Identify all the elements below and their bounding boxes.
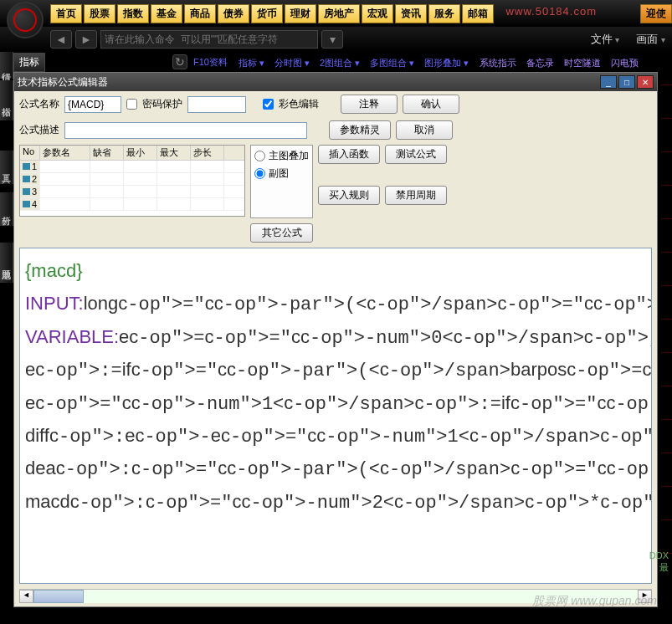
cancel-button[interactable]: 取消 bbox=[396, 120, 453, 140]
right-strip bbox=[660, 52, 672, 604]
sidetab-indicator[interactable]: 指标 bbox=[0, 80, 13, 120]
grid-row[interactable]: 1 bbox=[20, 161, 244, 173]
grid-header-3: 最小 bbox=[124, 146, 157, 160]
row-icon bbox=[23, 188, 30, 195]
grid-header-5: 步长 bbox=[191, 146, 224, 160]
close-button[interactable]: ✕ bbox=[637, 75, 654, 89]
nav-welcome[interactable]: 迎使 bbox=[640, 4, 672, 23]
menu-screen[interactable]: 画面 ▾ bbox=[629, 32, 672, 47]
row-icon bbox=[23, 163, 30, 170]
window-title: 技术指标公式编辑器 bbox=[18, 75, 598, 90]
link-0[interactable]: 系统指示 bbox=[475, 58, 521, 68]
password-input[interactable] bbox=[187, 96, 246, 113]
row-icon bbox=[23, 201, 30, 207]
buy-rule-button[interactable]: 买入规则 bbox=[318, 186, 380, 205]
refresh-icon[interactable]: ↻ bbox=[172, 54, 187, 69]
watermark: 股票网 www.gupan.com bbox=[532, 594, 657, 609]
confirm-button[interactable]: 确认 bbox=[403, 95, 459, 114]
tab-indicator-main[interactable]: 指标 bbox=[13, 53, 45, 72]
formula-editor-window: 技术指标公式编辑器 _ □ ✕ 公式名称 密码保护 彩色编辑 注释 确认 公式描… bbox=[13, 72, 658, 607]
sidetab-analysis[interactable]: 分析 bbox=[0, 192, 13, 226]
param-wizard-button[interactable]: 参数精灵 bbox=[329, 120, 391, 140]
ddx-label: DDX bbox=[649, 550, 669, 560]
radio-overlay[interactable]: 主图叠加 bbox=[254, 149, 309, 163]
link-1[interactable]: 备忘录 bbox=[521, 58, 559, 68]
checkbox-color-edit[interactable] bbox=[263, 99, 274, 110]
toolbar-secondary: ◄ ► ▾ 文件 ▾ 画面 ▾ bbox=[0, 27, 672, 52]
titlebar[interactable]: 技术指标公式编辑器 _ □ ✕ bbox=[14, 73, 657, 91]
scroll-left-icon[interactable]: ◄ bbox=[19, 590, 33, 603]
other-formula-button[interactable]: 其它公式 bbox=[250, 223, 313, 243]
description-input[interactable] bbox=[64, 122, 307, 139]
menu-file[interactable]: 文件 ▾ bbox=[584, 32, 627, 47]
minimize-button[interactable]: _ bbox=[600, 75, 617, 89]
subtab-2[interactable]: 2图组合 ▾ bbox=[315, 58, 365, 68]
label-password: 密码保护 bbox=[142, 97, 182, 111]
command-dropdown-icon[interactable]: ▾ bbox=[321, 30, 343, 49]
nav-4[interactable]: 商品 bbox=[184, 4, 216, 23]
nav-11[interactable]: 服务 bbox=[428, 4, 460, 23]
sidetab-quotes[interactable]: 行情 bbox=[0, 52, 13, 79]
test-formula-button[interactable]: 测试公式 bbox=[385, 145, 447, 164]
nav-0[interactable]: 首页 bbox=[50, 4, 82, 23]
radio-sub[interactable]: 副图 bbox=[254, 166, 309, 181]
label-color-edit: 彩色编辑 bbox=[279, 97, 319, 111]
grid-row[interactable]: 4 bbox=[20, 198, 244, 211]
label-formula-name: 公式名称 bbox=[19, 97, 59, 111]
scroll-thumb[interactable] bbox=[33, 590, 84, 603]
nav-6[interactable]: 货币 bbox=[251, 4, 283, 23]
nav-8[interactable]: 房地产 bbox=[318, 4, 360, 23]
tab-row: 指标 ↻ F10资料 指标 ▾分时图 ▾2图组合 ▾多图组合 ▾图形叠加 ▾ 系… bbox=[0, 52, 672, 72]
row-icon bbox=[23, 176, 30, 182]
app-logo bbox=[7, 2, 44, 38]
nav-9[interactable]: 宏观 bbox=[362, 4, 393, 23]
nav-12[interactable]: 邮箱 bbox=[462, 4, 494, 23]
comment-button[interactable]: 注释 bbox=[341, 95, 398, 114]
command-input[interactable] bbox=[100, 30, 318, 49]
formula-name-input[interactable] bbox=[64, 96, 121, 113]
grid-row[interactable]: 2 bbox=[20, 173, 244, 186]
nav-2[interactable]: 指数 bbox=[117, 4, 149, 23]
code-editor[interactable]: {macd} INPUT:longc-op">="cc-op">-par">(<… bbox=[19, 248, 652, 584]
grid-row[interactable]: 3 bbox=[20, 186, 244, 198]
maximize-button[interactable]: □ bbox=[618, 75, 635, 89]
subtab-3[interactable]: 多图组合 ▾ bbox=[365, 58, 419, 68]
disable-period-button[interactable]: 禁用周期 bbox=[385, 186, 447, 205]
insert-function-button[interactable]: 插入函数 bbox=[318, 145, 380, 164]
link-2[interactable]: 时空隧道 bbox=[559, 58, 606, 68]
sidetab-pool[interactable]: 股票池 bbox=[0, 243, 13, 283]
nav-3[interactable]: 基金 bbox=[151, 4, 182, 23]
subtab-0[interactable]: 指标 ▾ bbox=[233, 58, 269, 68]
subtab-4[interactable]: 图形叠加 ▾ bbox=[419, 58, 474, 68]
link-3[interactable]: 闪电预 bbox=[606, 58, 644, 68]
forward-icon[interactable]: ► bbox=[75, 30, 97, 49]
back-icon[interactable]: ◄ bbox=[50, 30, 72, 49]
zui-label: 最 bbox=[659, 561, 669, 574]
subtab-1[interactable]: 分时图 ▾ bbox=[269, 58, 315, 68]
sidetab-tools[interactable]: 工具 bbox=[0, 151, 13, 184]
param-grid[interactable]: No参数名缺省最小最大步长 1234 bbox=[19, 145, 245, 217]
chart-position-group: 主图叠加 副图 bbox=[250, 145, 313, 218]
grid-header-4: 最大 bbox=[157, 146, 191, 160]
nav-7[interactable]: 理财 bbox=[285, 4, 316, 23]
nav-10[interactable]: 资讯 bbox=[395, 4, 427, 23]
link-f10[interactable]: F10资料 bbox=[188, 56, 233, 69]
grid-header-0: No bbox=[20, 146, 40, 160]
overlay-text: www.50184.com bbox=[506, 5, 597, 18]
grid-header-2: 缺省 bbox=[90, 146, 124, 160]
checkbox-password[interactable] bbox=[126, 99, 137, 110]
nav-1[interactable]: 股票 bbox=[84, 4, 115, 23]
nav-5[interactable]: 债券 bbox=[218, 4, 249, 23]
label-description: 公式描述 bbox=[19, 123, 59, 137]
grid-header-1: 参数名 bbox=[40, 146, 90, 160]
